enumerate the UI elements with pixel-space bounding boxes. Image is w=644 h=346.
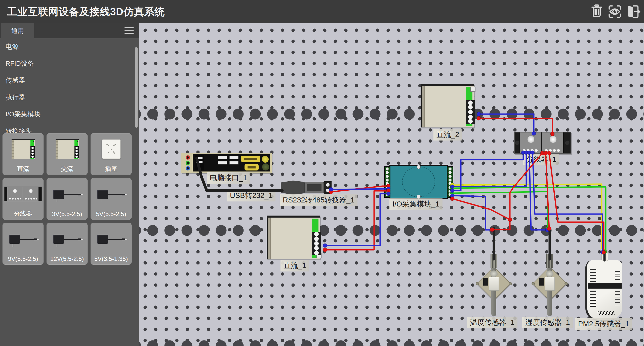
splitter-endcap [564,132,571,153]
device-temp-sensor-1[interactable] [474,254,514,317]
app-window: 直流_2 分线器_1 电脑接口_1 USB转232_1 RS232转485转换器… [0,0,644,346]
palette-tile-dc[interactable]: 直流 [3,133,44,175]
sidebar: 通用 电源 RFID设备 传感器 执行器 I/O采集模块 转换接头 直流 [0,23,139,346]
screw [417,195,421,199]
splitter-endcap [515,132,520,153]
pegboard-hole-row [139,225,644,236]
device-label: 直流_2 [433,129,462,141]
vent-slashes [598,311,615,315]
toolbar [589,4,640,19]
sidebar-item-io-modules[interactable]: I/O采集模块 [0,106,139,123]
device-label: 直流_1 [280,260,309,271]
adapter-thumbnail [97,235,125,244]
trash-icon[interactable] [589,4,604,19]
view-focus-icon[interactable] [607,4,622,19]
mount-hole [476,282,479,285]
probe-clamp [545,277,555,291]
psu-terminals [466,100,475,124]
mount-hole [532,282,535,285]
mount-hole [565,282,568,285]
pegboard-hole-row [139,340,644,346]
audio-jacks [183,154,193,171]
app-title: 工业互联网设备及接线3D仿真系统 [7,5,165,19]
vent-lines [615,291,620,305]
serial-port-db9 [245,164,259,170]
io-terminal-strip-right [447,166,453,198]
psu-edge [421,86,425,127]
ac-psu-thumbnail [56,139,79,159]
adapter-thumbnail [53,190,81,199]
device-label: 温度传感器_1 [467,317,517,328]
vent-lines [615,271,620,281]
device-pm25-sensor-1[interactable] [587,260,622,320]
palette-tile-12v[interactable]: 12V(5.5-2.5) [47,223,88,265]
device-io-module-1[interactable] [384,165,453,199]
device-pc-interface-1[interactable] [181,153,272,173]
exit-icon[interactable] [625,4,640,19]
round-connector-green [262,163,269,170]
adapter-thumbnail [53,235,81,244]
io-body [389,165,448,199]
probe-collar [490,270,498,277]
splitter-thumbnail [4,187,42,201]
splitter-terminal-row [522,149,539,152]
vent-lines [590,291,596,308]
device-label: 电脑接口_1 [207,172,250,184]
sensor-band [588,283,622,289]
device-label: I/O采集模块_1 [389,198,442,210]
psu-terminals [312,232,321,255]
mount-hole [509,282,512,285]
device-dc-power-2[interactable] [421,84,474,127]
probe-clamp [489,277,499,291]
splitter-section [542,132,564,153]
probe-connector [539,278,544,286]
splitter-terminal-row [544,149,561,152]
palette-tile-9v[interactable]: 9V(5.5-2.5) [3,223,44,265]
device-label: 湿度传感器_1 [522,317,573,328]
dc-psu-thumbnail [12,139,35,159]
palette-tile-socket[interactable]: 插座 [91,133,132,175]
db-connector [304,182,324,193]
screw [528,136,534,143]
serial-port-db25 [241,156,260,162]
screw [550,136,556,143]
palette-tile-5v-small[interactable]: 5V(3.5-1.35) [91,223,132,265]
cable-nub [601,253,608,261]
socket-thumbnail [102,140,120,159]
hamburger-icon[interactable] [125,27,134,36]
device-rs232-to-485-converter-1[interactable] [281,180,337,195]
palette-tile-3v[interactable]: 3V(5.5-2.5) [47,178,88,220]
sidebar-item-rfid[interactable]: RFID设备 [0,55,139,72]
sidebar-item-actuators[interactable]: 执行器 [0,89,139,106]
device-label: RS232转485转换器_1 [280,194,357,206]
io-terminal-strip-left [384,166,390,198]
scrollbar-thumb[interactable] [135,47,138,128]
device-dc-power-1[interactable] [267,216,320,259]
sidebar-tab-row: 通用 [0,23,139,38]
probe-connector [483,278,488,286]
probe-collar [546,270,553,277]
adapter-thumbnail [9,235,37,244]
sidebar-item-sensors[interactable]: 传感器 [0,72,139,89]
sidebar-item-power[interactable]: 电源 [0,38,139,55]
pegboard-hole-row [139,109,644,120]
device-label: 分线器_1 [523,154,559,165]
probe-ridge [546,254,553,268]
device-humidity-sensor-1[interactable] [530,254,570,317]
round-connector-yellow [262,156,269,163]
usb-ports [218,156,238,164]
device-label: USB转232_1 [227,190,275,201]
psu-edge [267,218,271,259]
palette-tile-splitter[interactable]: 分线器 [3,178,44,220]
psu-notch [470,87,475,92]
terminal-block [324,181,332,194]
tab-general[interactable]: 通用 [1,23,34,38]
splitter-section [520,132,542,153]
io-circle [402,166,435,197]
category-list: 电源 RFID设备 传感器 执行器 I/O采集模块 转换接头 [0,38,139,140]
palette-tile-ac[interactable]: 交流 [47,133,88,175]
palette-tile-5v[interactable]: 5V(5.5-2.5) [91,178,132,220]
device-splitter-1[interactable] [514,132,571,154]
vent-lines [590,269,596,282]
adapter-thumbnail [97,190,125,199]
